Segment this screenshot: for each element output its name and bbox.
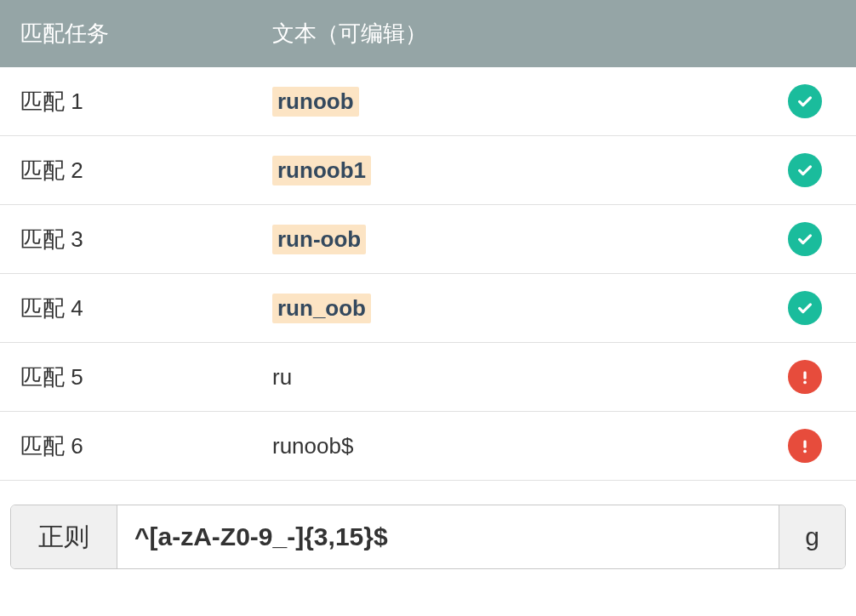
regex-input[interactable]	[117, 505, 779, 568]
check-icon	[788, 153, 822, 187]
header-task: 匹配任务	[0, 19, 272, 48]
row-text-cell[interactable]: runoob1	[272, 156, 754, 185]
row-task-label: 匹配 4	[0, 294, 272, 323]
matched-text: runoob	[272, 87, 359, 117]
row-status	[754, 360, 856, 394]
row-text-cell[interactable]: run_oob	[272, 294, 754, 323]
row-text-cell[interactable]: ru	[272, 364, 754, 391]
svg-rect-0	[803, 372, 806, 379]
row-task-label: 匹配 5	[0, 362, 272, 392]
table-row: 匹配 2runoob1	[0, 136, 856, 205]
check-icon	[788, 222, 822, 256]
table-header: 匹配任务 文本（可编辑）	[0, 0, 856, 67]
header-text: 文本（可编辑）	[272, 19, 754, 48]
row-status	[754, 222, 856, 256]
rows-container: 匹配 1runoob匹配 2runoob1匹配 3run-oob匹配 4run_…	[0, 67, 856, 481]
row-task-label: 匹配 6	[0, 431, 272, 461]
header-status	[754, 19, 856, 48]
exclamation-icon	[788, 429, 822, 463]
check-icon	[788, 84, 822, 118]
check-icon	[788, 291, 822, 325]
regex-test-table: 匹配任务 文本（可编辑） 匹配 1runoob匹配 2runoob1匹配 3ru…	[0, 0, 856, 569]
regex-bar: 正则 g	[10, 505, 846, 569]
table-row: 匹配 4run_oob	[0, 274, 856, 343]
matched-text: run_oob	[272, 294, 371, 323]
table-row: 匹配 5ru	[0, 343, 856, 412]
row-task-label: 匹配 1	[0, 87, 272, 117]
row-status	[754, 84, 856, 118]
table-row: 匹配 1runoob	[0, 67, 856, 136]
row-task-label: 匹配 3	[0, 225, 272, 254]
row-status	[754, 291, 856, 325]
matched-text: run-oob	[272, 225, 366, 254]
svg-rect-2	[803, 441, 806, 448]
matched-text: runoob1	[272, 156, 371, 185]
row-text-cell[interactable]: run-oob	[272, 225, 754, 254]
table-row: 匹配 3run-oob	[0, 205, 856, 274]
unmatched-text: runoob$	[272, 433, 353, 459]
row-text-cell[interactable]: runoob$	[272, 433, 754, 459]
row-text-cell[interactable]: runoob	[272, 87, 754, 117]
unmatched-text: ru	[272, 364, 292, 390]
regex-label: 正则	[11, 505, 117, 568]
row-status	[754, 153, 856, 187]
svg-point-1	[803, 381, 807, 385]
table-row: 匹配 6runoob$	[0, 412, 856, 481]
row-task-label: 匹配 2	[0, 156, 272, 185]
svg-point-3	[803, 450, 807, 453]
row-status	[754, 429, 856, 463]
exclamation-icon	[788, 360, 822, 394]
regex-flags[interactable]: g	[779, 505, 845, 568]
